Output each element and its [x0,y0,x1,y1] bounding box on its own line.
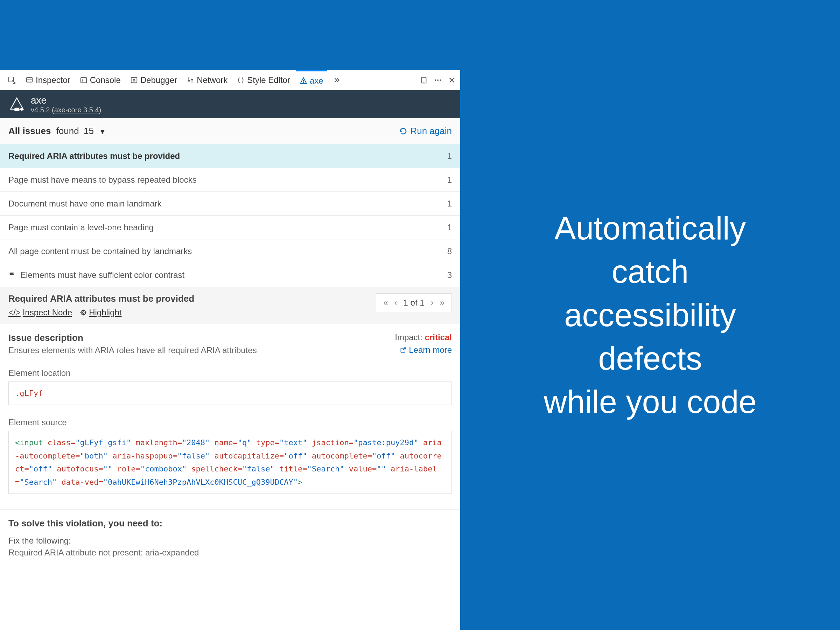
issue-pager: « ‹ 1 of 1 › » [376,293,452,312]
axe-header: ax axe v4.5.2 (axe-core 3.5.4) [0,90,460,118]
issue-title: Page must contain a level-one heading [8,223,154,232]
axe-title: axe [31,95,101,106]
issue-count: 1 [447,175,452,185]
issue-count: 8 [447,246,452,256]
detail-title: Required ARIA attributes must be provide… [8,293,376,304]
pager-last-button[interactable]: » [440,298,445,308]
caret-down-icon: ▼ [99,128,106,136]
issue-detail-body: Issue description Ensures elements with … [0,324,460,502]
headline-text: Automatically catch accessibility defect… [543,207,757,424]
issue-description-label: Issue description [8,333,395,343]
tab-label: Inspector [36,75,70,85]
svg-rect-3 [81,77,87,83]
tab-label: Network [197,75,227,85]
issue-title: Document must have one main landmark [8,199,162,208]
external-link-icon [400,346,407,354]
console-icon [79,76,88,84]
solve-section: To solve this violation, you need to: Fi… [0,509,460,566]
issue-title: Required ARIA attributes must be provide… [8,151,180,161]
network-icon [186,76,194,84]
tab-label: Style Editor [247,75,290,85]
issue-row[interactable]: Page must contain a level-one heading 1 [0,216,460,239]
solve-title: To solve this violation, you need to: [8,518,452,529]
issue-count: 1 [447,223,452,232]
tab-label: Debugger [141,75,177,85]
target-icon [80,309,87,316]
element-source-label: Element source [8,418,452,427]
svg-point-12 [440,79,441,81]
element-location-label: Element location [8,368,452,378]
flag-icon [8,271,16,279]
tab-network[interactable]: Network [183,70,231,90]
svg-point-10 [435,79,436,81]
issue-list: Required ARIA attributes must be provide… [0,144,460,287]
learn-more-link[interactable]: Learn more [400,345,452,355]
more-menu-icon[interactable] [434,76,442,84]
issues-filter-dropdown[interactable]: All issues found 15 ▼ [8,126,106,136]
tabs-overflow-button[interactable] [329,70,344,90]
inspector-icon [25,76,33,84]
axe-tab-icon [299,77,308,85]
svg-point-5 [133,79,135,81]
highlight-button[interactable]: Highlight [80,308,122,317]
solve-subtitle: Fix the following: [8,536,452,546]
style-editor-icon [237,76,245,84]
issue-count: 1 [447,151,452,161]
svg-point-11 [437,79,439,81]
svg-point-16 [83,312,84,314]
element-location-box: .gLFyf [8,382,452,405]
debugger-icon [130,76,138,84]
issue-row[interactable]: Page must have means to bypass repeated … [0,168,460,192]
svg-point-14 [21,108,23,110]
issue-description-text: Ensures elements with ARIA roles have al… [8,346,395,355]
pick-element-icon [8,76,16,84]
element-location-value: .gLFyf [15,389,43,398]
issue-title: All page content must be contained by la… [8,246,192,256]
svg-text:ax: ax [15,107,19,112]
code-icon: </> [8,308,21,317]
tab-debugger[interactable]: Debugger [126,70,181,90]
run-again-button[interactable]: Run again [399,126,452,136]
svg-rect-4 [131,77,137,83]
issues-filter-bar: All issues found 15 ▼ Run again [0,118,460,144]
tab-style-editor[interactable]: Style Editor [233,70,294,90]
top-spacer [0,0,460,70]
issue-title: Elements must have sufficient color cont… [20,270,185,280]
issue-row[interactable]: Document must have one main landmark 1 [0,192,460,216]
tab-axe[interactable]: axe [296,70,327,90]
issue-count: 1 [447,199,452,208]
refresh-icon [399,127,407,136]
pick-element-button[interactable] [4,70,20,90]
pager-prev-button[interactable]: ‹ [395,298,397,308]
solve-text: Required ARIA attribute not present: ari… [8,548,452,557]
issue-row[interactable]: Elements must have sufficient color cont… [0,263,460,287]
chevron-double-right-icon [333,76,341,84]
issue-title: Page must have means to bypass repeated … [8,175,197,185]
devtools-panel: Inspector Console Debugger Network [0,70,460,630]
tab-console[interactable]: Console [76,70,124,90]
issue-count: 3 [447,270,452,280]
close-icon[interactable] [448,76,456,84]
svg-point-15 [81,310,85,315]
element-source-box: <input class="gLFyf gsfi" maxlength="204… [8,431,452,494]
pager-text: 1 of 1 [404,298,425,308]
tab-label: Console [90,75,121,85]
axe-logo-icon: ax [8,96,25,113]
svg-point-7 [303,82,304,83]
impact-label: Impact: [395,333,422,342]
inspect-node-button[interactable]: </> Inspect Node [8,308,72,317]
marketing-panel: Automatically catch accessibility defect… [460,0,840,630]
svg-rect-1 [27,77,33,82]
impact-value: critical [425,333,452,342]
axe-core-link[interactable]: axe-core 3.5.4 [54,106,99,114]
devtools-tabbar: Inspector Console Debugger Network [0,70,460,90]
pager-next-button[interactable]: › [431,298,434,308]
pager-first-button[interactable]: « [383,298,388,308]
responsive-mode-icon[interactable] [420,76,428,84]
axe-version: v4.5.2 (axe-core 3.5.4) [31,106,101,114]
issue-row[interactable]: All page content must be contained by la… [0,239,460,263]
issue-row[interactable]: Required ARIA attributes must be provide… [0,144,460,168]
tab-label: axe [310,76,324,86]
issue-detail-header: Required ARIA attributes must be provide… [0,287,460,324]
tab-inspector[interactable]: Inspector [22,70,74,90]
